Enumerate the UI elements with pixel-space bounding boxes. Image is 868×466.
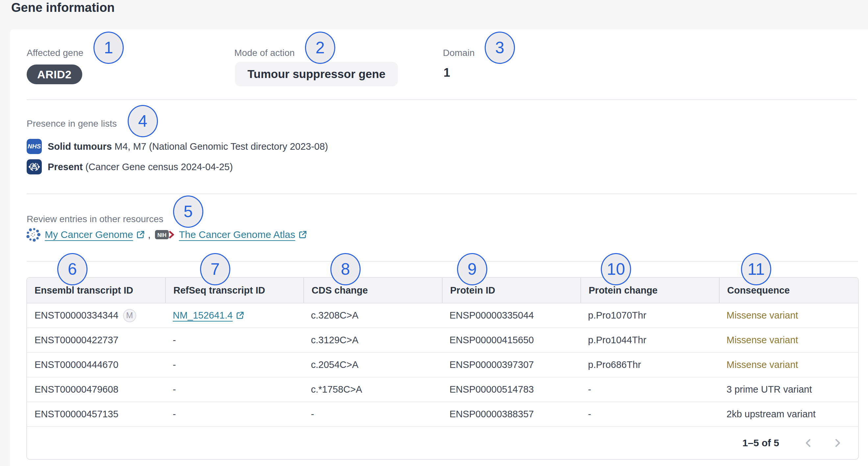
- protein-change-cell: p.Pro1044Thr: [581, 328, 719, 352]
- resources-links-row: My Cancer Genome , NIH The Cancer Genome…: [26, 227, 307, 242]
- annotation-marker-2: 2: [305, 32, 335, 64]
- table-row: ENST00000444670 - c.2054C>A ENSP00000397…: [27, 353, 858, 377]
- domain-value: 1: [443, 66, 450, 80]
- annotation-marker-7: 7: [200, 253, 230, 285]
- annotation-marker-11: 11: [741, 253, 771, 285]
- annotation-marker-1: 1: [93, 32, 124, 64]
- table-header-row: Ensembl transcript ID RefSeq transcript …: [27, 278, 858, 304]
- protein-id-cell: ENSP00000514783: [442, 377, 581, 402]
- protein-change-cell: p.Pro1070Thr: [581, 304, 719, 328]
- consequence-cell: 3 prime UTR variant: [719, 377, 858, 402]
- chevron-left-icon: [804, 437, 812, 448]
- cds-change-cell: c.3208C>A: [303, 304, 442, 328]
- nih-icon: NIH: [155, 228, 175, 241]
- nhs-icon: NHS: [27, 139, 42, 154]
- cds-change-cell: c.2054C>A: [303, 353, 442, 377]
- annotation-marker-9: 9: [457, 253, 487, 285]
- gene-lists-label: Presence in gene lists: [27, 119, 117, 129]
- pagination-prev-button[interactable]: [801, 436, 815, 450]
- protein-change-cell: p.Pro686Thr: [581, 353, 719, 377]
- mode-of-action-value: Tumour suppressor gene: [235, 62, 398, 86]
- cancer-gene-census-icon: [27, 159, 42, 175]
- separator-text: ,: [148, 229, 150, 240]
- mode-of-action-label: Mode of action: [234, 48, 295, 58]
- protein-change-cell: -: [581, 402, 719, 426]
- consequence-cell: Missense variant: [719, 328, 858, 352]
- column-header-protein-change: Protein change: [581, 278, 719, 303]
- table-row: ENST00000334344 M NM_152641.4 c.3208C>A …: [27, 304, 858, 328]
- chevron-right-icon: [833, 437, 842, 448]
- transcripts-table: Ensembl transcript ID RefSeq transcript …: [26, 277, 859, 460]
- ensembl-id-cell: ENST00000479608: [27, 377, 165, 402]
- refseq-cell: -: [165, 377, 303, 402]
- protein-id-cell: ENSP00000388357: [442, 402, 581, 426]
- section-divider: [27, 193, 857, 194]
- cds-change-cell: c.*1758C>A: [303, 377, 442, 402]
- affected-gene-label: Affected gene: [27, 48, 83, 58]
- external-link-icon: [136, 230, 145, 239]
- consequence-cell: Missense variant: [719, 353, 858, 377]
- refseq-cell: -: [165, 328, 303, 352]
- external-link-icon: [236, 311, 245, 320]
- table-row: ENST00000457135 - - ENSP00000388357 - 2k…: [27, 402, 858, 427]
- pagination-range: 1–5 of 5: [742, 437, 779, 448]
- refseq-cell: -: [165, 402, 303, 426]
- ensembl-id-cell: ENST00000422737: [27, 328, 165, 352]
- mane-select-badge: M: [123, 309, 136, 322]
- protein-change-cell: -: [581, 377, 719, 402]
- svg-text:NIH: NIH: [157, 232, 166, 238]
- page-title: Gene information: [11, 1, 115, 15]
- column-header-consequence: Consequence: [719, 278, 858, 303]
- resources-label: Review entries in other resources: [27, 214, 163, 224]
- table-row: ENST00000422737 - c.3129C>A ENSP00000415…: [27, 328, 858, 353]
- ensembl-id-cell: ENST00000457135: [27, 402, 165, 426]
- annotation-marker-5: 5: [173, 195, 203, 228]
- column-header-cds: CDS change: [303, 278, 442, 303]
- protein-id-cell: ENSP00000335044: [442, 304, 581, 328]
- protein-id-cell: ENSP00000415650: [442, 328, 581, 352]
- annotation-marker-4: 4: [128, 105, 158, 137]
- cds-change-cell: -: [303, 402, 442, 426]
- gene-list-item-text: Present (Cancer Gene census 2024-04-25): [48, 162, 233, 173]
- column-header-ensembl: Ensembl transcript ID: [27, 278, 165, 303]
- annotation-marker-8: 8: [330, 253, 361, 285]
- annotation-marker-10: 10: [601, 253, 631, 285]
- cancer-genome-atlas-link[interactable]: The Cancer Genome Atlas: [179, 229, 308, 240]
- consequence-cell: 2kb upstream variant: [719, 402, 858, 426]
- gene-information-page: Gene information Affected gene ARID2 Mod…: [0, 0, 868, 466]
- domain-label: Domain: [443, 48, 474, 58]
- refseq-cell: -: [165, 353, 303, 377]
- ensembl-id-cell: ENST00000444670: [27, 353, 165, 377]
- section-divider: [27, 261, 858, 261]
- external-link-icon: [298, 230, 307, 239]
- consequence-cell: Missense variant: [719, 304, 858, 328]
- table-row: ENST00000479608 - c.*1758C>A ENSP0000051…: [27, 377, 858, 402]
- affected-gene-badge: ARID2: [27, 64, 82, 84]
- gene-list-item-text: Solid tumours M4, M7 (National Genomic T…: [48, 141, 328, 152]
- my-cancer-genome-link[interactable]: My Cancer Genome: [45, 229, 145, 240]
- column-header-refseq: RefSeq transcript ID: [165, 278, 303, 303]
- annotation-marker-6: 6: [57, 253, 88, 285]
- pagination-next-button[interactable]: [831, 436, 845, 450]
- gene-list-item-census: Present (Cancer Gene census 2024-04-25): [27, 159, 233, 175]
- annotation-marker-3: 3: [485, 32, 515, 64]
- my-cancer-genome-icon: [26, 227, 41, 242]
- gene-list-item-nhs: NHS Solid tumours M4, M7 (National Genom…: [27, 139, 328, 154]
- refseq-link[interactable]: NM_152641.4: [173, 310, 245, 321]
- table-footer: 1–5 of 5: [27, 427, 858, 459]
- protein-id-cell: ENSP00000397307: [442, 353, 581, 377]
- cds-change-cell: c.3129C>A: [303, 328, 442, 352]
- ensembl-id-cell: ENST00000334344 M: [27, 304, 165, 328]
- section-divider: [27, 99, 857, 100]
- refseq-cell: NM_152641.4: [165, 304, 303, 328]
